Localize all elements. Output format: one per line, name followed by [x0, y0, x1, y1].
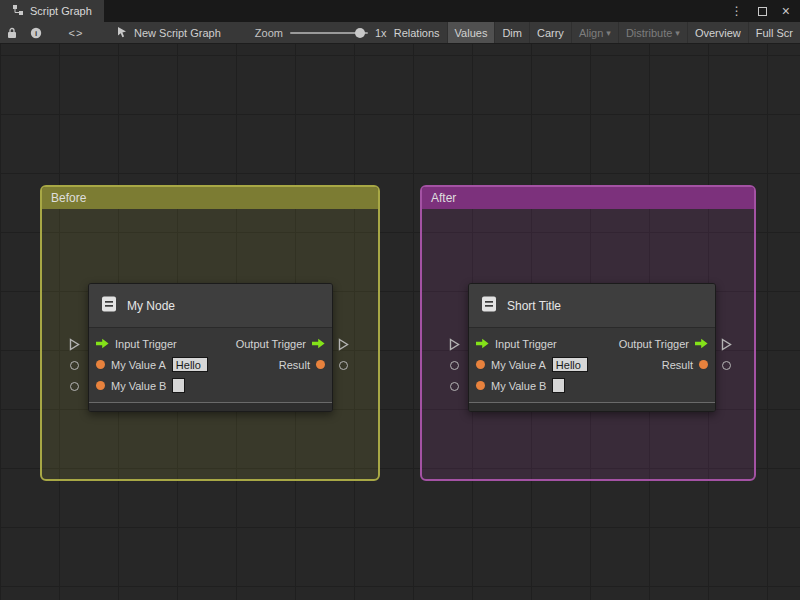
external-trigger-in-port[interactable]: [449, 338, 460, 351]
trigger-row: Input Trigger Output Trigger: [469, 333, 715, 354]
node-header[interactable]: My Node: [89, 284, 332, 328]
new-script-graph-label: New Script Graph: [134, 27, 221, 39]
unit-icon: [479, 294, 499, 318]
node-title: My Node: [127, 299, 175, 313]
external-value-a-port[interactable]: [450, 361, 459, 370]
external-trigger-in-port[interactable]: [69, 338, 80, 351]
overview-button[interactable]: Overview: [687, 22, 748, 44]
chevron-down-icon: ▾: [675, 28, 680, 38]
output-trigger-label: Output Trigger: [236, 338, 306, 350]
zoom-slider[interactable]: [290, 32, 368, 34]
value-b-input[interactable]: [172, 378, 185, 393]
value-b-row: My Value B: [89, 375, 332, 396]
node-header[interactable]: Short Title: [469, 284, 715, 328]
group-before-header[interactable]: Before: [42, 187, 378, 209]
trigger-in-icon[interactable]: [476, 338, 489, 349]
input-trigger-label: Input Trigger: [115, 338, 177, 350]
trigger-in-icon[interactable]: [96, 338, 109, 349]
values-button[interactable]: Values: [447, 22, 495, 44]
value-b-label: My Value B: [111, 380, 166, 392]
more-icon[interactable]: ⋮: [731, 5, 743, 17]
carry-button[interactable]: Carry: [529, 22, 571, 44]
value-a-label: My Value A: [111, 359, 166, 371]
group-after-header[interactable]: After: [422, 187, 754, 209]
value-a-label: My Value A: [491, 359, 546, 371]
group-before-title: Before: [51, 191, 86, 205]
result-port-icon[interactable]: [699, 360, 708, 369]
node-short-title[interactable]: Short Title Input Trigger Output Trigger…: [468, 283, 716, 412]
result-label: Result: [279, 359, 310, 371]
node-body: Input Trigger Output Trigger My Value A …: [469, 328, 715, 402]
external-result-port[interactable]: [722, 361, 731, 370]
group-after-title: After: [431, 191, 456, 205]
value-a-port-icon[interactable]: [96, 360, 105, 369]
value-b-input[interactable]: [552, 378, 565, 393]
external-value-b-port[interactable]: [450, 382, 459, 391]
tab-script-graph[interactable]: Script Graph: [0, 0, 104, 22]
trigger-out-icon[interactable]: [695, 338, 708, 349]
output-trigger-label: Output Trigger: [619, 338, 689, 350]
value-b-label: My Value B: [491, 380, 546, 392]
value-a-input[interactable]: [552, 357, 588, 372]
value-a-input[interactable]: [172, 357, 208, 372]
lock-icon[interactable]: [0, 22, 24, 44]
zoom-label: Zoom: [255, 27, 283, 39]
result-port-icon[interactable]: [316, 360, 325, 369]
distribute-dropdown[interactable]: Distribute▾: [618, 22, 687, 44]
external-value-a-port[interactable]: [70, 361, 79, 370]
value-b-row: My Value B: [469, 375, 715, 396]
graph-pointer-icon: [116, 26, 128, 40]
external-trigger-out-port[interactable]: [338, 338, 349, 351]
new-script-graph-button[interactable]: New Script Graph: [108, 22, 229, 44]
external-trigger-out-port[interactable]: [721, 338, 732, 351]
node-footer: [89, 402, 332, 411]
relations-button[interactable]: Relations: [387, 22, 447, 44]
value-a-row: My Value A Result: [469, 354, 715, 375]
value-b-port-icon[interactable]: [96, 381, 105, 390]
value-a-row: My Value A Result: [89, 354, 332, 375]
graph-canvas[interactable]: Before After My Node Input Trigger Outpu…: [0, 44, 800, 600]
unit-icon: [99, 294, 119, 318]
maximize-icon[interactable]: [758, 7, 767, 16]
value-b-port-icon[interactable]: [476, 381, 485, 390]
node-title: Short Title: [507, 299, 561, 313]
tab-title: Script Graph: [30, 5, 92, 17]
script-graph-icon: [12, 4, 24, 18]
input-trigger-label: Input Trigger: [495, 338, 557, 350]
node-body: Input Trigger Output Trigger My Value A …: [89, 328, 332, 402]
fullscreen-button[interactable]: Full Scr: [748, 22, 800, 44]
zoom-slider-handle[interactable]: [355, 28, 365, 38]
toolbar: i <> New Script Graph Zoom 1x Relations …: [0, 22, 800, 44]
zoom-value: 1x: [375, 27, 387, 39]
code-icon[interactable]: <>: [64, 22, 88, 44]
align-dropdown[interactable]: Align▾: [571, 22, 618, 44]
external-value-b-port[interactable]: [70, 382, 79, 391]
value-a-port-icon[interactable]: [476, 360, 485, 369]
zoom-control: Zoom 1x: [255, 27, 387, 39]
close-icon[interactable]: ×: [782, 4, 790, 18]
dim-button[interactable]: Dim: [494, 22, 529, 44]
info-icon[interactable]: i: [24, 22, 48, 44]
result-label: Result: [662, 359, 693, 371]
trigger-out-icon[interactable]: [312, 338, 325, 349]
svg-text:i: i: [35, 29, 37, 38]
external-result-port[interactable]: [339, 361, 348, 370]
node-my-node[interactable]: My Node Input Trigger Output Trigger My …: [88, 283, 333, 412]
node-footer: [469, 402, 715, 411]
window-controls: ⋮ ×: [731, 0, 800, 22]
tab-bar: Script Graph ⋮ ×: [0, 0, 800, 22]
toolbar-buttons: Relations Values Dim Carry Align▾ Distri…: [387, 22, 800, 44]
chevron-down-icon: ▾: [606, 28, 611, 38]
trigger-row: Input Trigger Output Trigger: [89, 333, 332, 354]
